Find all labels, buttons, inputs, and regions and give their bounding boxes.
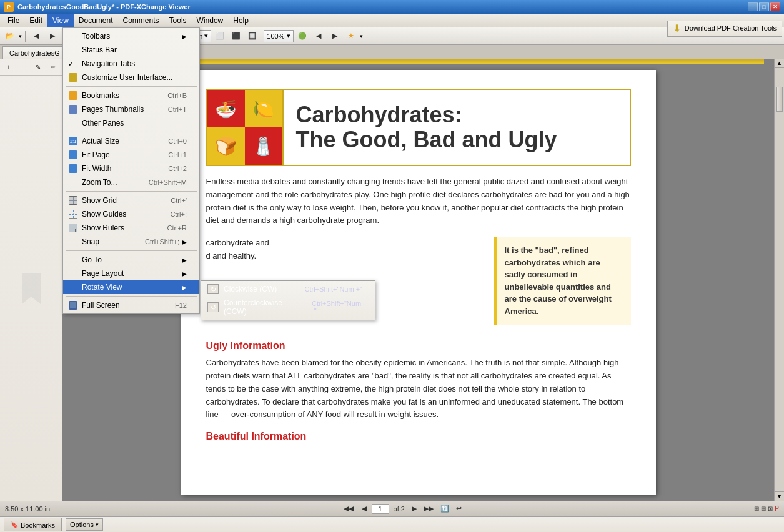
bookmark-properties-btn[interactable]: ✎ xyxy=(32,61,46,73)
refresh-btn[interactable]: 🔃 xyxy=(438,504,452,513)
zoom-btn3[interactable]: 🔲 xyxy=(245,29,260,43)
bookmarks-bottom-tab[interactable]: 🔖 Bookmarks xyxy=(4,518,62,531)
menu-edit[interactable]: Edit xyxy=(24,14,47,27)
maximize-button[interactable]: □ xyxy=(759,2,769,11)
rotate-cw-label: Clockwise (CW) xyxy=(224,285,277,293)
download-pdf-button[interactable]: ⬇ Download PDF Creation Tools xyxy=(667,21,782,37)
full-screen-icon xyxy=(68,300,78,310)
zoom-to-shortcut: Ctrl+Shift+M xyxy=(149,179,187,186)
open-btn[interactable]: 📂 xyxy=(2,29,17,43)
thumbnails-icon xyxy=(68,104,78,114)
bookmark-arrow[interactable]: ▾ xyxy=(360,33,363,39)
open-dropdown[interactable]: ▾ xyxy=(19,33,22,39)
rotate-cw-shortcut: Ctrl+Shift+"Num +" xyxy=(305,285,362,293)
show-grid-icon xyxy=(68,195,78,205)
menu-rotate-view[interactable]: Rotate View ▶ ↻ Clockwise (CW) Ctrl+Shif… xyxy=(63,280,199,294)
menu-window[interactable]: Window xyxy=(192,14,229,27)
page-layout-arrow-icon: ▶ xyxy=(182,270,187,277)
left-panel: + − ✎ ✏ xyxy=(0,59,62,501)
menu-document[interactable]: Document xyxy=(74,14,118,27)
rotate-submenu: ↻ Clockwise (CW) Ctrl+Shift+"Num +" ↺ Co… xyxy=(201,280,375,320)
options-button[interactable]: Options ▾ xyxy=(66,518,103,531)
page-number-input[interactable] xyxy=(372,504,389,514)
fit-page-shortcut: Ctrl+1 xyxy=(168,151,187,159)
menu-full-screen[interactable]: Full Screen F12 xyxy=(63,298,199,312)
menu-file[interactable]: File xyxy=(2,14,24,27)
vertical-scrollbar[interactable]: ▲ ▼ xyxy=(774,59,784,501)
pdf-sidebar-quote: It is the "bad", refined carbohydrates w… xyxy=(494,237,631,325)
menu-fit-page[interactable]: Fit Page Ctrl+1 xyxy=(63,148,199,162)
toolbars-label: Toolbars xyxy=(82,32,110,41)
scroll-down-btn[interactable]: ▼ xyxy=(775,491,784,501)
menu-pages-thumbnails[interactable]: Pages Thumbnails Ctrl+T xyxy=(63,102,199,116)
menu-go-to[interactable]: Go To ▶ xyxy=(63,253,199,267)
menu-comments[interactable]: Comments xyxy=(118,14,164,27)
bookmark-watermark-icon xyxy=(19,273,44,304)
next-page-btn[interactable]: ▶ xyxy=(409,504,419,513)
pdf-cell-yellow-top-right: 🍋 xyxy=(245,90,282,127)
view-dropdown-menu: Toolbars ▶ Status Bar ✓ Navigation Tabs … xyxy=(62,27,200,314)
scroll-up-btn[interactable]: ▲ xyxy=(775,59,784,68)
menu-show-grid[interactable]: Show Grid Ctrl+' xyxy=(63,194,199,207)
last-page-btn[interactable]: ▶▶ xyxy=(421,504,436,513)
menu-show-rulers[interactable]: Show Rulers Ctrl+R xyxy=(63,221,199,235)
fit-width-label: Fit Width xyxy=(82,164,111,173)
edit-bookmark-btn[interactable]: ✏ xyxy=(46,61,60,73)
zoom-level-dropdown[interactable]: 100% ▾ xyxy=(264,30,293,42)
scroll-thumb[interactable] xyxy=(776,87,783,112)
lemon-icon: 🍋 xyxy=(252,99,274,119)
pdf-ugly-paragraph: Carbohydrates have been blamed for the o… xyxy=(206,357,631,421)
bookmark-panel-content xyxy=(0,76,62,501)
status-right: ⊞ ⊟ ⊠ P xyxy=(754,505,779,512)
prev-page-btn[interactable]: ◀ xyxy=(359,503,370,514)
menu-fit-width[interactable]: Fit Width Ctrl+2 xyxy=(63,162,199,175)
bookmark-star[interactable]: ★ xyxy=(344,29,359,43)
status-bar: 8.50 x 11.00 in ◀◀ ◀ of 2 ▶ ▶▶ 🔃 ↩ ⊞ ⊟ ⊠… xyxy=(0,501,784,516)
add-bookmark-btn[interactable]: + xyxy=(2,61,16,73)
nav-tabs-label: Navigation Tabs xyxy=(82,59,135,68)
prev-zoom[interactable]: ◀ xyxy=(311,29,326,43)
next-zoom[interactable]: ▶ xyxy=(327,29,342,43)
scroll-left-btn[interactable]: ◀◀ xyxy=(340,503,357,514)
show-guides-label: Show Guides xyxy=(82,210,126,219)
remove-bookmark-btn[interactable]: − xyxy=(17,61,31,73)
bookmarks-tab-label: Bookmarks xyxy=(21,521,55,529)
pdf-header-title-area: Carbohydrates: The Good, Bad and Ugly xyxy=(282,90,630,165)
menu-navigation-tabs[interactable]: ✓ Navigation Tabs xyxy=(63,57,199,71)
zoom-btn1[interactable]: ⬜ xyxy=(212,29,227,43)
left-panel-toolbar: + − ✎ ✏ xyxy=(0,59,62,76)
fit-width-shortcut: Ctrl+2 xyxy=(168,165,187,172)
menu-other-panes[interactable]: Other Panes xyxy=(63,116,199,130)
app-icon: P xyxy=(4,2,14,12)
window-title: CarbohydratesGoodBadUgly* - PDF-XChange … xyxy=(17,3,191,11)
show-guides-icon xyxy=(68,209,78,219)
zoom-btn2[interactable]: ⬛ xyxy=(229,29,244,43)
zoom-in-arrow: ▾ xyxy=(204,32,208,40)
forward-btn[interactable]: ▶ xyxy=(45,29,60,43)
minimize-button[interactable]: ─ xyxy=(748,2,758,11)
rotate-cw-item[interactable]: ↻ Clockwise (CW) Ctrl+Shift+"Num +" xyxy=(201,282,375,296)
rotate-ccw-item[interactable]: ↺ Counterclockwise (CCW) Ctrl+Shift+"Num… xyxy=(201,296,375,318)
menu-status-bar[interactable]: Status Bar xyxy=(63,43,199,57)
menu-tools[interactable]: Tools xyxy=(164,14,192,27)
menu-show-guides[interactable]: Show Guides Ctrl+; xyxy=(63,207,199,221)
back-btn[interactable]: ◀ xyxy=(29,29,44,43)
undo-nav-btn[interactable]: ↩ xyxy=(454,504,464,513)
menu-actual-size[interactable]: 1:1 Actual Size Ctrl+0 xyxy=(63,134,199,148)
menu-snap[interactable]: Snap Ctrl+Shift+; ▶ xyxy=(63,235,199,249)
rotate-cw-icon: ↻ xyxy=(206,284,220,294)
pdf-cell-red-bottom-right: 🧂 xyxy=(245,127,282,165)
menu-bookmarks[interactable]: Bookmarks Ctrl+B xyxy=(63,89,199,102)
menu-help[interactable]: Help xyxy=(228,14,254,27)
menu-toolbars[interactable]: Toolbars ▶ xyxy=(63,29,199,43)
zoom-to-label: Zoom To... xyxy=(82,178,117,187)
rotate-ccw-shortcut: Ctrl+Shift+"Num -" xyxy=(312,300,362,315)
menu-page-layout[interactable]: Page Layout ▶ xyxy=(63,267,199,280)
close-button[interactable]: ✕ xyxy=(770,2,780,11)
menu-customize[interactable]: Customize User Interface... xyxy=(63,71,199,84)
page-size: 8.50 x 11.00 in xyxy=(5,505,50,513)
menu-zoom-to[interactable]: Zoom To... Ctrl+Shift+M xyxy=(63,175,199,189)
menu-view[interactable]: View xyxy=(47,14,74,27)
document-tab[interactable]: CarbohydratesG xyxy=(2,46,67,59)
fit-btn[interactable]: 🟢 xyxy=(295,29,310,43)
